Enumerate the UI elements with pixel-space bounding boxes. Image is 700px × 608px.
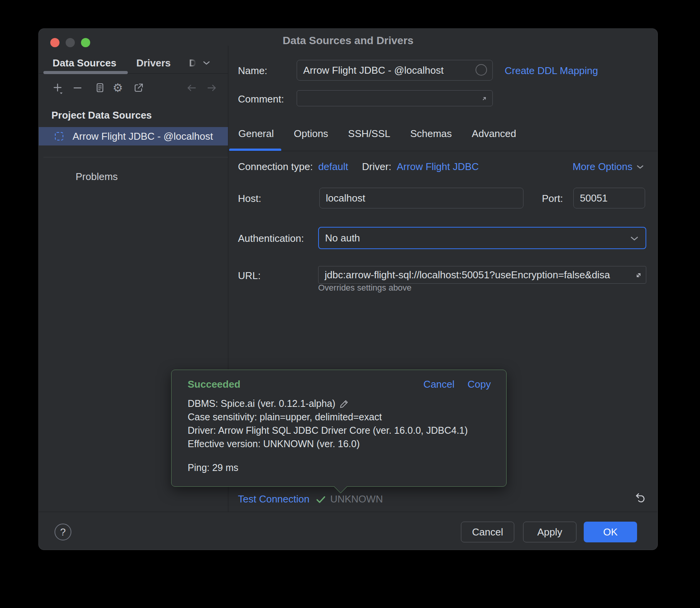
tab-drivers[interactable]: Drivers xyxy=(136,57,171,69)
question-mark-icon: ? xyxy=(60,526,66,538)
remove-data-source-button[interactable] xyxy=(71,82,84,94)
popup-dbms-line: DBMS: Spice.ai (ver. 0.12.1-alpha) xyxy=(188,397,335,410)
ok-button[interactable]: OK xyxy=(584,522,637,542)
screen: Data Sources and Drivers Data Sources Dr… xyxy=(0,0,700,608)
revert-button[interactable] xyxy=(633,492,646,505)
popup-driver-line: Driver: Arrow Flight SQL JDBC Driver Cor… xyxy=(188,424,468,437)
copy-icon xyxy=(93,82,105,94)
host-value: localhost xyxy=(326,192,365,204)
authentication-label: Authentication: xyxy=(238,233,304,245)
test-connection-row: Test Connection UNKNOWN xyxy=(238,493,383,505)
active-tab-indicator xyxy=(43,71,128,74)
test-connection-popup: Succeeded Cancel Copy DBMS: Spice.ai (ve… xyxy=(171,370,507,487)
forward-button[interactable] xyxy=(206,82,218,94)
color-ring-icon[interactable] xyxy=(475,64,487,76)
expand-icon[interactable] xyxy=(480,94,489,103)
footer-divider xyxy=(39,512,657,512)
external-link-icon xyxy=(132,82,145,94)
url-input[interactable]: jdbc:arrow-flight-sql://localhost:50051?… xyxy=(318,266,646,284)
popup-tail xyxy=(334,480,347,493)
comment-label: Comment: xyxy=(238,93,284,105)
expand-both-icon[interactable] xyxy=(634,270,644,280)
add-data-source-button[interactable] xyxy=(52,82,64,94)
arrow-right-icon xyxy=(206,82,218,94)
more-options-control[interactable]: More Options xyxy=(573,161,644,173)
connection-type-value[interactable]: default xyxy=(318,161,348,173)
tab-schemas[interactable]: Schemas xyxy=(410,128,452,140)
url-hint: Overrides settings above xyxy=(318,283,411,293)
test-connection-link[interactable]: Test Connection xyxy=(238,493,309,505)
duplicate-data-source-button[interactable] xyxy=(93,82,105,94)
plus-icon xyxy=(52,82,64,94)
arrow-left-icon xyxy=(185,82,198,94)
popup-version-line: Effective version: UNKNOWN (ver. 16.0) xyxy=(188,437,468,451)
chevron-down-icon xyxy=(636,164,644,170)
edit-pencil-icon[interactable] xyxy=(339,399,349,409)
popup-details: DBMS: Spice.ai (ver. 0.12.1-alpha) Case … xyxy=(188,397,468,451)
project-data-sources-header: Project Data Sources xyxy=(51,109,152,121)
undo-icon xyxy=(633,492,646,505)
tab-ssh-ssl[interactable]: SSH/SSL xyxy=(348,128,390,140)
more-options-label: More Options xyxy=(573,161,632,173)
tab-general[interactable]: General xyxy=(238,128,274,140)
data-source-item-label: Arrow Flight JDBC - @localhost xyxy=(73,131,213,142)
connection-type-row: Connection type: default Driver: Arrow F… xyxy=(238,161,479,173)
open-in-new-window-button[interactable] xyxy=(132,82,145,94)
data-source-list-item-selected[interactable]: Arrow Flight JDBC - @localhost xyxy=(39,127,228,145)
sidebar-divider xyxy=(43,157,228,157)
name-value: Arrow Flight JDBC - @localhost xyxy=(303,64,444,76)
host-input[interactable]: localhost xyxy=(319,188,523,208)
cancel-button[interactable]: Cancel xyxy=(461,522,514,542)
window-title: Data Sources and Drivers xyxy=(39,35,657,47)
minus-icon xyxy=(71,82,84,94)
authentication-select[interactable]: No auth xyxy=(318,227,646,249)
popup-actions: Cancel Copy xyxy=(423,378,491,390)
tab-advanced[interactable]: Advanced xyxy=(472,128,516,140)
data-sources-dialog: Data Sources and Drivers Data Sources Dr… xyxy=(38,28,658,550)
driver-value-link[interactable]: Arrow Flight JDBC xyxy=(397,161,479,173)
connection-type-label: Connection type: xyxy=(238,161,313,173)
popup-cancel-link[interactable]: Cancel xyxy=(423,378,454,390)
popup-copy-link[interactable]: Copy xyxy=(467,378,491,390)
data-source-icon xyxy=(55,132,63,140)
create-ddl-mapping-link[interactable]: Create DDL Mapping xyxy=(505,65,598,77)
name-label: Name: xyxy=(238,65,267,77)
checkmark-icon xyxy=(315,494,326,505)
url-label: URL: xyxy=(238,270,261,282)
name-input[interactable]: Arrow Flight JDBC - @localhost xyxy=(297,60,493,81)
comment-input[interactable] xyxy=(297,90,493,106)
settings-tabs-divider xyxy=(228,151,657,151)
settings-tabs: General Options SSH/SSL Schemas Advanced xyxy=(238,128,516,140)
chevron-down-icon[interactable] xyxy=(203,60,210,66)
back-button[interactable] xyxy=(185,82,198,94)
help-button[interactable]: ? xyxy=(54,524,71,540)
tab-overflow-truncated[interactable]: D xyxy=(189,57,196,69)
popup-status: Succeeded xyxy=(188,378,240,390)
data-source-settings-button[interactable]: ⚙ xyxy=(112,82,124,94)
gear-icon: ⚙ xyxy=(113,82,123,94)
driver-label: Driver: xyxy=(362,161,391,173)
tab-data-sources[interactable]: Data Sources xyxy=(53,57,116,69)
test-status-value: UNKNOWN xyxy=(330,493,383,505)
tab-options[interactable]: Options xyxy=(294,128,329,140)
port-value: 50051 xyxy=(580,192,608,204)
url-value: jdbc:arrow-flight-sql://localhost:50051?… xyxy=(325,269,610,281)
apply-button[interactable]: Apply xyxy=(523,522,576,542)
sidebar-item-problems[interactable]: Problems xyxy=(76,171,118,183)
popup-ping-line: Ping: 29 ms xyxy=(188,462,238,473)
host-label: Host: xyxy=(238,193,261,205)
chevron-down-icon xyxy=(630,236,639,241)
port-label: Port: xyxy=(542,193,563,205)
sidebar-tabs: Data Sources Drivers D xyxy=(53,56,210,70)
popup-case-line: Case sensitivity: plain=upper, delimited… xyxy=(188,410,468,424)
port-input[interactable]: 50051 xyxy=(573,188,645,208)
authentication-value: No auth xyxy=(325,232,360,244)
